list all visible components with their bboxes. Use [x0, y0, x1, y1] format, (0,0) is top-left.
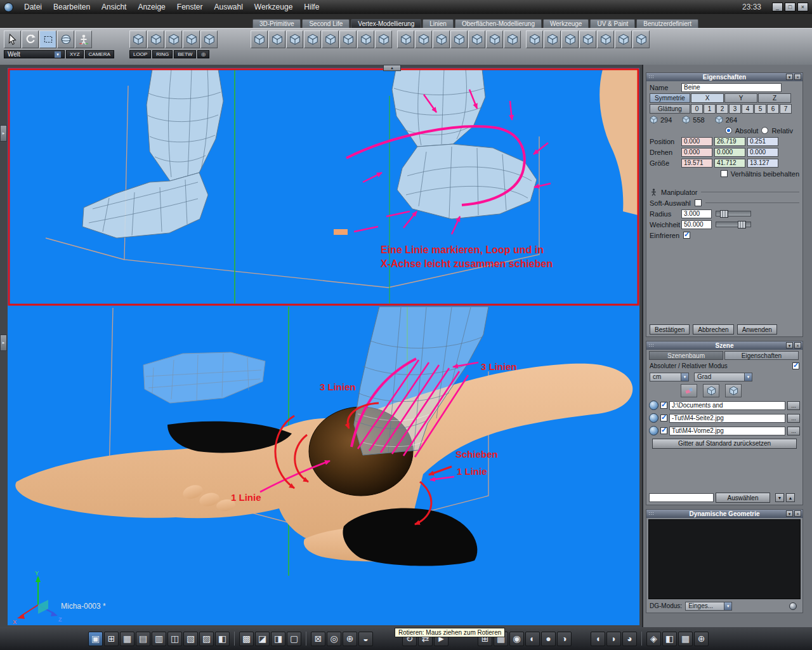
tab-eigenschaften[interactable]: Eigenschaften [724, 351, 799, 360]
symmetry-button[interactable]: Symmetrie [650, 93, 690, 103]
panel-close-button[interactable]: × [794, 74, 801, 80]
layout-half-icon[interactable]: ◧ [215, 632, 230, 646]
orbit-icon[interactable]: ◖ [591, 632, 605, 646]
modeling-tool-button[interactable] [504, 30, 521, 48]
maximize-button[interactable]: □ [785, 3, 796, 11]
dropdown-arrow-icon[interactable]: ▼ [55, 51, 61, 58]
view-grid-icon[interactable]: ◨ [271, 632, 285, 646]
softness-slider[interactable] [716, 222, 751, 227]
cancel-button[interactable]: Abbrechen [693, 324, 733, 335]
uv-grid-icon[interactable]: ▦ [678, 632, 693, 646]
menu-bearbeiten[interactable]: Bearbeiten [48, 0, 96, 14]
sphere-tool-button[interactable] [57, 30, 74, 48]
smoothing-level-5[interactable]: 5 [754, 104, 766, 114]
layout-diagonal-icon[interactable]: ▨ [199, 632, 214, 646]
name-input[interactable] [681, 83, 782, 92]
angle-unit-dropdown[interactable]: Grad▼ [694, 373, 752, 381]
tab-3d-primitive[interactable]: 3D-Primitive [252, 19, 301, 28]
minimize-button[interactable]: _ [772, 3, 783, 11]
freeze-checkbox[interactable] [683, 232, 690, 239]
menu-werkzeuge[interactable]: Werkzeuge [249, 0, 298, 14]
modeling-tool-button[interactable] [433, 30, 450, 48]
dg-mode-dropdown[interactable]: Einges...▼ [685, 602, 732, 611]
size-z-input[interactable] [747, 159, 778, 168]
zoom-icon[interactable]: ◎ [327, 632, 341, 646]
modeling-tool-button[interactable] [375, 30, 392, 48]
smoothing-level-4[interactable]: 4 [742, 104, 754, 114]
ring-button[interactable]: RING [152, 50, 173, 58]
tab-benutzerdefiniert[interactable]: Benutzerdefiniert [636, 19, 698, 28]
modeling-tool-button[interactable] [304, 30, 321, 48]
panel-collapse-button[interactable]: ▾ [786, 342, 793, 348]
modeling-tool-button[interactable] [486, 30, 503, 48]
select-rect-icon[interactable]: ⊠ [311, 632, 325, 646]
properties-titlebar[interactable]: Eigenschaften ▾ × [646, 73, 802, 81]
image-sphere-icon[interactable] [649, 413, 658, 423]
layout-grid-icon[interactable]: ⊞ [104, 632, 119, 646]
modeling-tool-button[interactable] [339, 30, 357, 48]
rotate-tool-button[interactable] [22, 30, 39, 48]
absolut-radio[interactable] [725, 127, 732, 134]
image-sphere-icon[interactable] [649, 401, 658, 410]
apply-button[interactable]: Anwenden [737, 324, 777, 335]
list-down-button[interactable]: ▼ [775, 493, 784, 502]
axis-z-button[interactable]: Z [758, 93, 791, 103]
layout-grid-icon[interactable]: ▦ [120, 632, 134, 646]
menu-fenster[interactable]: Fenster [171, 0, 209, 14]
axis-x-button[interactable]: X [691, 93, 724, 103]
tab-uv-paint[interactable]: UV & Paint [590, 19, 635, 28]
view-empty-icon[interactable]: ▢ [287, 632, 301, 646]
radius-slider-thumb[interactable] [720, 210, 728, 218]
smoothing-level-7[interactable]: 7 [780, 104, 792, 114]
panel-close-button[interactable]: × [794, 510, 801, 517]
dynamic-geometry-list[interactable] [648, 519, 801, 599]
soft-selection-checkbox[interactable] [695, 199, 702, 206]
browse-button[interactable]: ... [787, 427, 800, 435]
dropdown-arrow-icon[interactable]: ▼ [744, 373, 752, 381]
position-x-input[interactable] [681, 137, 712, 146]
modeling-tool-button[interactable] [579, 30, 596, 48]
tab-oberflaechen-modellierung[interactable]: Oberflächen-Modellierung [455, 19, 542, 28]
image-sphere-icon[interactable] [649, 426, 658, 435]
smoothing-level-1[interactable]: 1 [704, 104, 716, 114]
size-x-input[interactable] [681, 159, 712, 168]
camera-button[interactable]: CAMERA [85, 50, 114, 58]
image-visible-checkbox[interactable] [660, 415, 667, 421]
viewport-canvas[interactable]: 3 Linien 3 Linien Schieben 1 Linie 1 Lin… [8, 68, 639, 625]
image-visible-checkbox[interactable] [660, 427, 667, 434]
modeling-tool-button[interactable] [322, 30, 339, 48]
render-icon[interactable]: ◈ [646, 632, 661, 646]
close-button[interactable]: × [797, 3, 808, 11]
rotate-z-input[interactable] [747, 148, 778, 157]
grid-cube-button[interactable] [703, 384, 719, 397]
globe-icon[interactable]: ◉ [509, 632, 524, 646]
select-button[interactable]: Auswählen [716, 493, 770, 503]
tab-linien[interactable]: Linien [422, 19, 454, 28]
smoothing-button[interactable]: Glättung [650, 104, 690, 114]
orbit-icon[interactable]: ◗ [606, 632, 621, 646]
reset-grid-button[interactable]: Gitter auf Standard zurücksetzen [652, 439, 797, 449]
position-y-input[interactable] [714, 137, 745, 146]
betw-button[interactable]: BETW [174, 50, 196, 58]
softness-input[interactable] [681, 220, 712, 229]
position-z-input[interactable] [747, 137, 778, 146]
layout-diagonal-icon[interactable]: ▧ [183, 632, 198, 646]
image-path-input[interactable] [669, 414, 785, 423]
layout-single-view-icon[interactable]: ▣ [88, 632, 103, 646]
dropdown-arrow-icon[interactable]: ▼ [724, 602, 731, 610]
smoothing-level-3[interactable]: 3 [729, 104, 741, 114]
eraser-tool-button[interactable] [681, 384, 697, 397]
view-grid-icon[interactable]: ◪ [255, 632, 270, 646]
view-grid-icon[interactable]: ▩ [239, 632, 254, 646]
image-path-input[interactable] [669, 427, 785, 435]
browse-button[interactable]: ... [787, 414, 800, 423]
edge-tool-button[interactable] [200, 30, 218, 48]
panel-close-button[interactable]: × [794, 342, 801, 348]
edge-tool-button[interactable] [129, 30, 147, 48]
loop-options-icon[interactable]: ◎ [197, 50, 209, 58]
modeling-tool-button[interactable] [397, 30, 414, 48]
scene-titlebar[interactable]: Szene ▾ × [646, 342, 802, 350]
size-y-input[interactable] [714, 159, 745, 168]
target-icon[interactable]: ◒ [358, 632, 373, 646]
edge-tool-button[interactable] [147, 30, 164, 48]
